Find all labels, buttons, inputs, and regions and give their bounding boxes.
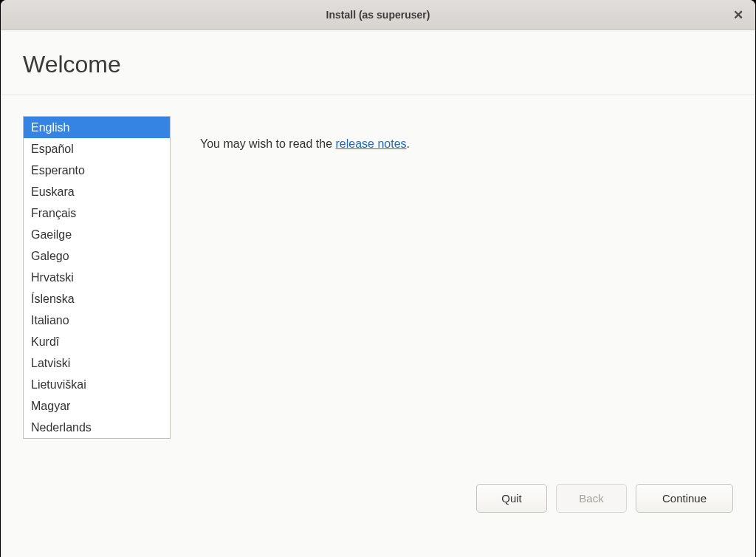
language-item[interactable]: Hrvatski: [24, 267, 170, 288]
language-item[interactable]: Lietuviškai: [24, 374, 170, 395]
info-suffix: .: [407, 137, 410, 150]
quit-button[interactable]: Quit: [476, 484, 547, 513]
language-listbox[interactable]: EnglishEspañolEsperantoEuskaraFrançaisGa…: [23, 116, 171, 439]
header-area: Welcome: [1, 30, 755, 95]
language-item[interactable]: Galego: [24, 245, 170, 267]
language-item[interactable]: Français: [24, 202, 170, 224]
close-icon[interactable]: ✕: [732, 8, 745, 21]
language-item[interactable]: Italiano: [24, 310, 170, 331]
content-area: EnglishEspañolEsperantoEuskaraFrançaisGa…: [1, 95, 755, 484]
language-item[interactable]: English: [24, 117, 170, 138]
page-title: Welcome: [23, 51, 733, 78]
window-title: Install (as superuser): [326, 9, 430, 21]
installer-window: Install (as superuser) ✕ Welcome English…: [1, 0, 755, 557]
continue-button[interactable]: Continue: [636, 484, 733, 513]
button-bar: Quit Back Continue: [1, 484, 755, 557]
language-item[interactable]: Español: [24, 138, 170, 160]
language-item[interactable]: Euskara: [24, 181, 170, 202]
language-item[interactable]: Gaeilge: [24, 224, 170, 245]
language-item[interactable]: Nederlands: [24, 417, 170, 438]
titlebar: Install (as superuser) ✕: [1, 0, 755, 30]
release-notes-text: You may wish to read the release notes.: [200, 137, 410, 151]
info-prefix: You may wish to read the: [200, 137, 336, 150]
language-item[interactable]: Íslenska: [24, 288, 170, 310]
language-item[interactable]: Latviski: [24, 352, 170, 374]
language-item[interactable]: Esperanto: [24, 160, 170, 181]
back-button: Back: [556, 484, 627, 513]
language-item[interactable]: Kurdî: [24, 331, 170, 352]
release-notes-link[interactable]: release notes: [336, 137, 407, 150]
language-item[interactable]: Magyar: [24, 395, 170, 417]
info-area: You may wish to read the release notes.: [200, 116, 410, 484]
